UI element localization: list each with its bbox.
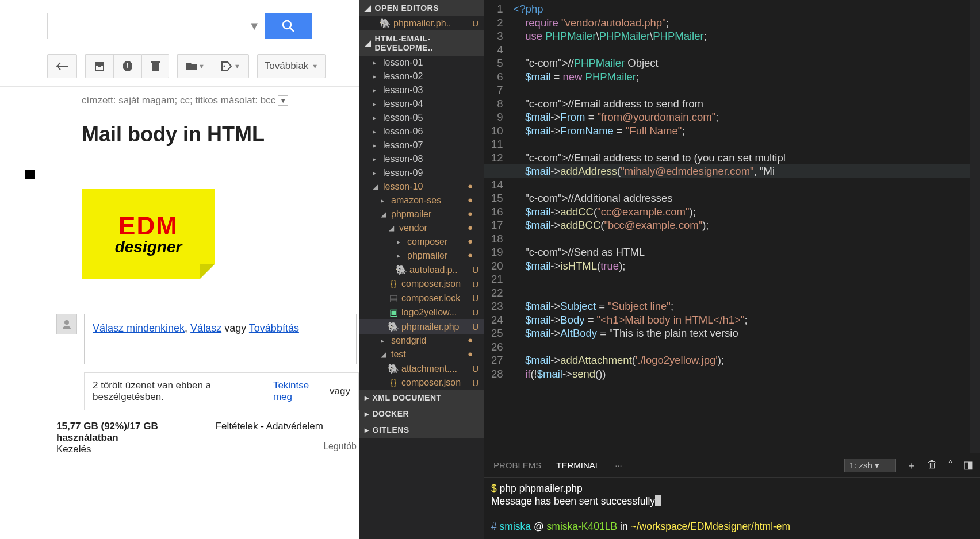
open-editors-label: OPEN EDITORS	[375, 3, 439, 13]
folder-lesson-09[interactable]: ▸lesson-09	[359, 166, 484, 180]
more-button[interactable]: Továbbiak▼	[257, 54, 326, 78]
recipients-expand-icon[interactable]: ▼	[278, 95, 288, 106]
deleted-view-link[interactable]: Tekintse meg	[273, 380, 326, 403]
vscode-explorer: ◢OPEN EDITORS 🐘phpmailer.ph..U ◢HTML-EMA…	[359, 0, 484, 539]
project-header[interactable]: ◢HTML-EMAIL-DEVELOPME..	[359, 30, 484, 56]
folder-vendor[interactable]: ◢vendor•	[359, 221, 484, 235]
folder-lesson-10[interactable]: ◢lesson-10•	[359, 180, 484, 194]
svg-point-9	[223, 66, 225, 67]
forward-link[interactable]: Továbbítás	[249, 322, 299, 334]
svg-rect-2	[95, 62, 104, 64]
open-editors-header[interactable]: ◢OPEN EDITORS	[359, 0, 484, 16]
folder-lesson-02[interactable]: ▸lesson-02	[359, 70, 484, 83]
folder-amazon-ses[interactable]: ▸amazon-ses•	[359, 194, 484, 207]
code-content[interactable]: <?php require "vendor/autoload.php"; use…	[514, 0, 786, 453]
storage-manage-link[interactable]: Kezelés	[56, 444, 91, 455]
terminal-output[interactable]: $ php phpmailer.php Message has been sen…	[484, 478, 980, 539]
folder-icon	[186, 61, 197, 71]
terminal-tabs: PROBLEMS TERMINAL ··· 1: zsh ▾ ＋ 🗑 ˄ ◨	[484, 453, 980, 478]
search-dropdown-icon[interactable]: ▼	[248, 20, 260, 33]
footer-links: Feltételek - Adatvédelem	[216, 421, 323, 455]
chevron-down-icon: ◢	[365, 38, 372, 48]
php-icon: 🐘	[389, 321, 398, 332]
file-logo[interactable]: ▣logo2yellow...U	[359, 305, 484, 319]
project-label: HTML-EMAIL-DEVELOPME..	[375, 34, 479, 52]
search-button[interactable]	[265, 13, 312, 39]
folder-lesson-08[interactable]: ▸lesson-08	[359, 152, 484, 166]
file-composer-lock[interactable]: ▤composer.lockU	[359, 291, 484, 305]
folder-phpmailer[interactable]: ◢phpmailer•	[359, 207, 484, 221]
editor-pane: 1234567891011121314151617181920212223242…	[484, 0, 980, 539]
chevron-right-icon: ▸	[381, 197, 388, 205]
terminal-select[interactable]: 1: zsh ▾	[844, 459, 896, 472]
terminal-cursor	[655, 495, 661, 506]
search-input[interactable]: ▼	[47, 13, 265, 39]
label-button[interactable]: ▼	[213, 54, 249, 78]
folder-lesson-03[interactable]: ▸lesson-03	[359, 83, 484, 97]
json-icon: {}	[389, 279, 398, 289]
svg-rect-8	[151, 61, 160, 63]
json-icon: {}	[389, 378, 398, 388]
folder-sendgrid[interactable]: ▸sendgrid•	[359, 334, 484, 348]
storage-info: 15,77 GB (92%)/17 GB használatban Kezelé…	[56, 421, 158, 455]
toggle-panel-icon[interactable]: ◨	[963, 459, 973, 472]
folder-lesson-01[interactable]: ▸lesson-01	[359, 56, 484, 70]
gmail-footer: 15,77 GB (92%)/17 GB használatban Kezelé…	[0, 410, 359, 455]
docker-section[interactable]: ▸DOCKER	[359, 406, 484, 422]
file-composer-json-test[interactable]: {}composer.jsonU	[359, 376, 484, 390]
reply-all-link[interactable]: Válasz mindenkinek	[93, 322, 185, 334]
folder-lesson-07[interactable]: ▸lesson-07	[359, 138, 484, 152]
archive-button[interactable]	[85, 54, 113, 78]
image-icon: ▣	[389, 307, 398, 318]
xml-section[interactable]: ▸XML DOCUMENT	[359, 390, 484, 406]
move-to-button[interactable]: ▼	[177, 54, 213, 78]
code-editor[interactable]: 1234567891011121314151617181920212223242…	[484, 0, 980, 453]
file-phpmailer-php[interactable]: 🐘phpmailer.phpU	[359, 319, 484, 334]
chevron-right-icon: ▸	[365, 409, 369, 418]
folder-phpmailer-pkg[interactable]: ▸phpmailer•	[359, 249, 484, 263]
tab-more[interactable]: ···	[612, 455, 625, 476]
folder-test[interactable]: ◢test•	[359, 348, 484, 361]
file-autoload[interactable]: 🐘autoload.p..U	[359, 263, 484, 277]
svg-rect-3	[95, 65, 104, 70]
logo-text-2: designer	[115, 238, 182, 256]
kill-terminal-icon[interactable]: 🗑	[927, 459, 937, 472]
deleted-notice: 2 törölt üzenet van ebben a beszélgetésb…	[84, 372, 359, 410]
minimap[interactable]	[970, 0, 980, 453]
tab-terminal[interactable]: TERMINAL	[554, 455, 602, 476]
reply-link[interactable]: Válasz	[190, 322, 221, 334]
spam-button[interactable]: !	[113, 54, 141, 78]
php-icon: 🐘	[381, 18, 390, 29]
php-icon: 🐘	[389, 363, 398, 374]
chevron-down-icon: ◢	[365, 3, 372, 13]
svg-point-10	[64, 320, 69, 325]
move-group: ▼ ▼	[177, 54, 249, 78]
folder-composer[interactable]: ▸composer•	[359, 235, 484, 249]
selection-marker	[25, 170, 35, 179]
reply-compose[interactable]: Válasz mindenkinek, Válasz vagy Továbbít…	[84, 314, 357, 364]
folder-lesson-06[interactable]: ▸lesson-06	[359, 125, 484, 138]
file-composer-json[interactable]: {}composer.jsonU	[359, 277, 484, 291]
delete-button[interactable]	[141, 54, 169, 78]
chevron-down-icon: ◢	[381, 210, 388, 218]
chevron-right-icon: ▸	[373, 128, 380, 136]
chevron-right-icon: ▸	[373, 141, 380, 149]
file-attachment[interactable]: 🐘attachment....U	[359, 361, 484, 376]
maximize-panel-icon[interactable]: ˄	[948, 459, 953, 472]
back-button[interactable]	[47, 54, 77, 78]
new-terminal-icon[interactable]: ＋	[906, 459, 917, 472]
mail-body: Mail body in HTML EDM designer	[0, 106, 359, 279]
folder-lesson-04[interactable]: ▸lesson-04	[359, 97, 484, 111]
folder-lesson-05[interactable]: ▸lesson-05	[359, 111, 484, 125]
tab-problems[interactable]: PROBLEMS	[491, 455, 543, 476]
gitlens-label: GITLENS	[373, 425, 409, 434]
privacy-link[interactable]: Adatvédelem	[266, 421, 323, 432]
open-editor-file[interactable]: 🐘phpmailer.ph..U	[359, 16, 484, 30]
docker-label: DOCKER	[373, 409, 409, 418]
gitlens-section[interactable]: ▸GITLENS	[359, 422, 484, 438]
line-gutter: 1234567891011121314151617181920212223242…	[484, 0, 514, 453]
terms-link[interactable]: Feltételek	[216, 421, 258, 432]
php-icon: 🐘	[397, 264, 406, 275]
person-icon	[62, 319, 72, 329]
recent-activity: Legutób	[323, 441, 357, 452]
